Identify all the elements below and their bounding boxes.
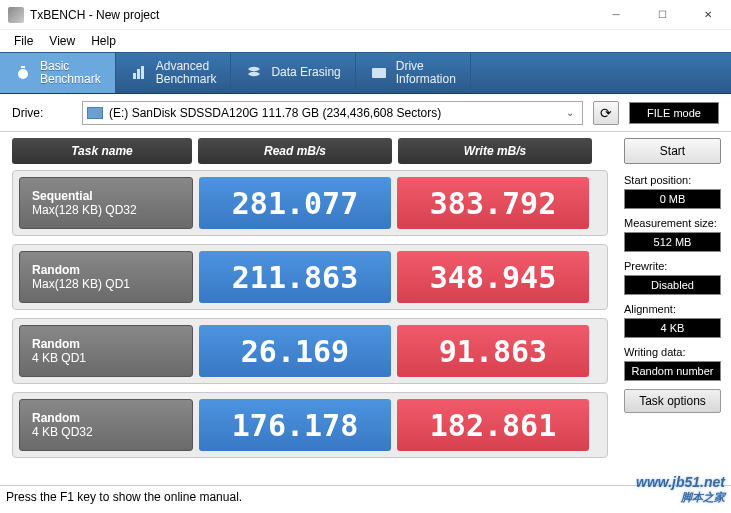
- tab-bar: Basic Benchmark Advanced Benchmark Data …: [0, 52, 731, 94]
- write-value: 91.863: [397, 325, 589, 377]
- task-title: Random: [32, 411, 192, 425]
- start-button[interactable]: Start: [624, 138, 721, 164]
- result-row: RandomMax(128 KB) QD1211.863348.945: [12, 244, 608, 310]
- maximize-button[interactable]: ☐: [639, 0, 685, 29]
- tab-label: Drive Information: [396, 60, 456, 86]
- header-read: Read mB/s: [198, 138, 392, 164]
- task-title: Sequential: [32, 189, 192, 203]
- task-cell[interactable]: Random4 KB QD1: [19, 325, 193, 377]
- tab-label: Advanced Benchmark: [156, 60, 217, 86]
- task-title: Random: [32, 337, 192, 351]
- task-cell[interactable]: Random4 KB QD32: [19, 399, 193, 451]
- read-value: 26.169: [199, 325, 391, 377]
- reload-button[interactable]: ⟳: [593, 101, 619, 125]
- writedata-label: Writing data:: [624, 346, 721, 358]
- svg-rect-1: [21, 66, 25, 68]
- drive-value: (E:) SanDisk SDSSDA120G 111.78 GB (234,4…: [109, 106, 441, 120]
- task-cell[interactable]: RandomMax(128 KB) QD1: [19, 251, 193, 303]
- read-value: 211.863: [199, 251, 391, 303]
- header-task: Task name: [12, 138, 192, 164]
- menu-file[interactable]: File: [6, 34, 41, 48]
- meassize-value[interactable]: 512 MB: [624, 232, 721, 252]
- menu-bar: File View Help: [0, 30, 731, 52]
- watermark: www.jb51.net 脚本之家: [636, 474, 725, 505]
- task-cell[interactable]: SequentialMax(128 KB) QD32: [19, 177, 193, 229]
- file-mode-button[interactable]: FILE mode: [629, 102, 719, 124]
- svg-point-0: [18, 69, 28, 79]
- meassize-label: Measurement size:: [624, 217, 721, 229]
- task-sub: Max(128 KB) QD1: [32, 277, 192, 291]
- task-sub: Max(128 KB) QD32: [32, 203, 192, 217]
- tab-drive-information[interactable]: Drive Information: [356, 53, 471, 93]
- tab-label: Basic Benchmark: [40, 60, 101, 86]
- app-icon: [8, 7, 24, 23]
- align-label: Alignment:: [624, 303, 721, 315]
- write-value: 383.792: [397, 177, 589, 229]
- drive-label: Drive:: [12, 106, 72, 120]
- status-bar: Press the F1 key to show the online manu…: [0, 485, 731, 507]
- svg-rect-5: [372, 68, 386, 78]
- task-sub: 4 KB QD32: [32, 425, 192, 439]
- window-title: TxBENCH - New project: [30, 8, 593, 22]
- tab-data-erasing[interactable]: Data Erasing: [231, 53, 355, 93]
- status-text: Press the F1 key to show the online manu…: [6, 490, 242, 504]
- align-value[interactable]: 4 KB: [624, 318, 721, 338]
- svg-rect-4: [141, 66, 144, 79]
- tab-basic-benchmark[interactable]: Basic Benchmark: [0, 53, 116, 93]
- close-button[interactable]: ✕: [685, 0, 731, 29]
- startpos-label: Start position:: [624, 174, 721, 186]
- results-panel: Task name Read mB/s Write mB/s Sequentia…: [0, 132, 620, 485]
- result-row: Random4 KB QD126.16991.863: [12, 318, 608, 384]
- read-value: 176.178: [199, 399, 391, 451]
- startpos-value[interactable]: 0 MB: [624, 189, 721, 209]
- prewrite-label: Prewrite:: [624, 260, 721, 272]
- menu-help[interactable]: Help: [83, 34, 124, 48]
- tab-advanced-benchmark[interactable]: Advanced Benchmark: [116, 53, 232, 93]
- stopwatch-icon: [14, 64, 32, 82]
- task-title: Random: [32, 263, 192, 277]
- task-sub: 4 KB QD1: [32, 351, 192, 365]
- read-value: 281.077: [199, 177, 391, 229]
- bars-icon: [130, 64, 148, 82]
- drive-icon: [370, 64, 388, 82]
- title-bar: TxBENCH - New project ─ ☐ ✕: [0, 0, 731, 30]
- tab-label: Data Erasing: [271, 66, 340, 79]
- writedata-value[interactable]: Random number: [624, 361, 721, 381]
- side-panel: Start Start position: 0 MB Measurement s…: [620, 132, 731, 485]
- result-row: Random4 KB QD32176.178182.861: [12, 392, 608, 458]
- svg-rect-2: [133, 73, 136, 79]
- header-write: Write mB/s: [398, 138, 592, 164]
- erase-icon: [245, 64, 263, 82]
- prewrite-value[interactable]: Disabled: [624, 275, 721, 295]
- write-value: 182.861: [397, 399, 589, 451]
- result-row: SequentialMax(128 KB) QD32281.077383.792: [12, 170, 608, 236]
- svg-rect-3: [137, 69, 140, 79]
- task-options-button[interactable]: Task options: [624, 389, 721, 413]
- menu-view[interactable]: View: [41, 34, 83, 48]
- drive-bar: Drive: (E:) SanDisk SDSSDA120G 111.78 GB…: [0, 94, 731, 132]
- minimize-button[interactable]: ─: [593, 0, 639, 29]
- chevron-down-icon: ⌄: [566, 107, 578, 118]
- disk-icon: [87, 107, 103, 119]
- write-value: 348.945: [397, 251, 589, 303]
- drive-select[interactable]: (E:) SanDisk SDSSDA120G 111.78 GB (234,4…: [82, 101, 583, 125]
